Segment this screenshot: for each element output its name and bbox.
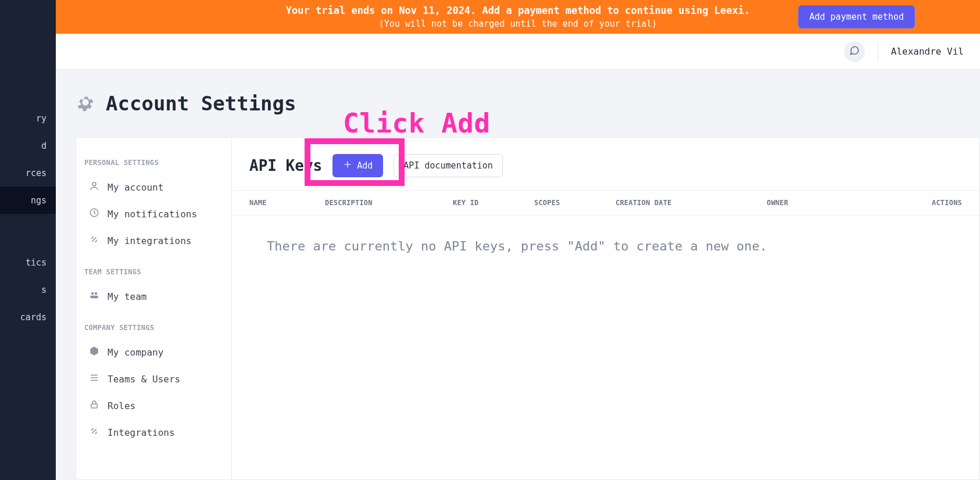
settings-nav-integrations[interactable]: Integrations — [76, 419, 231, 446]
settings-nav-my-team[interactable]: My team — [76, 283, 231, 310]
list-icon — [89, 372, 99, 385]
settings-nav-label: Integrations — [108, 427, 175, 438]
cube-icon — [89, 346, 99, 359]
divider — [878, 42, 878, 61]
svg-point-3 — [95, 292, 98, 295]
page-header: Account Settings — [76, 92, 296, 115]
svg-point-0 — [92, 182, 96, 186]
col-description: DESCRIPTION — [325, 199, 453, 207]
nav-label: d — [41, 141, 47, 151]
nav-item-settings[interactable]: ngs — [0, 187, 56, 214]
settings-nav-label: Roles — [108, 400, 135, 411]
gear-icon — [76, 92, 95, 114]
add-api-key-button[interactable]: Add — [332, 154, 383, 177]
annotation-click-add: Click Add — [343, 108, 491, 139]
settings-nav-label: My notifications — [108, 209, 197, 220]
col-owner: OWNER — [767, 199, 836, 207]
api-keys-table-header: NAME DESCRIPTION KEY ID SCOPES CREATION … — [232, 190, 979, 216]
nav-item[interactable]: tics — [0, 249, 56, 276]
banner-subtext: (You will not be charged until the end o… — [286, 19, 750, 29]
settings-nav-roles[interactable]: Roles — [76, 392, 231, 419]
nav-group-title: COMPANY SETTINGS — [76, 318, 231, 339]
settings-nav-my-integrations[interactable]: My integrations — [76, 227, 231, 254]
chat-icon-button[interactable] — [844, 41, 865, 62]
team-icon — [89, 290, 99, 303]
api-documentation-button[interactable]: API documentation — [394, 154, 503, 177]
nav-item[interactable]: s — [0, 276, 56, 303]
empty-state-message: There are currently no API keys, press "… — [232, 216, 979, 277]
settings-nav-my-account[interactable]: My account — [76, 174, 231, 200]
settings-side-nav: PERSONAL SETTINGS My account My notifica… — [76, 138, 232, 479]
settings-nav-label: My company — [108, 347, 163, 358]
bell-icon — [89, 207, 99, 220]
nav-item[interactable]: rces — [0, 159, 56, 187]
svg-rect-4 — [90, 296, 98, 299]
nav-label: cards — [20, 312, 47, 323]
settings-nav-my-notifications[interactable]: My notifications — [76, 200, 231, 227]
nav-item[interactable]: ry — [0, 105, 56, 132]
nav-item[interactable]: cards — [0, 303, 56, 331]
nav-label: ry — [36, 113, 47, 124]
current-user-name[interactable]: Alexandre Vil — [891, 46, 964, 57]
panel-header: API Keys Add API documentation — [232, 138, 979, 190]
add-button-label: Add — [357, 160, 373, 171]
primary-nav: ry d rces ngs tics s cards — [0, 0, 56, 480]
col-creation-date: CREATION DATE — [616, 199, 767, 207]
svg-point-2 — [91, 292, 94, 295]
lock-icon — [89, 399, 99, 412]
nav-group-title: PERSONAL SETTINGS — [76, 153, 231, 174]
top-bar: Alexandre Vil — [56, 34, 980, 70]
nav-label: tics — [26, 257, 47, 268]
col-actions: ACTIONS — [836, 199, 962, 207]
plus-icon — [343, 160, 352, 171]
arrows-icon — [89, 234, 99, 247]
banner-heading: Your trial ends on Nov 11, 2024. Add a p… — [286, 5, 750, 16]
svg-rect-8 — [91, 404, 98, 408]
add-payment-method-button[interactable]: Add payment method — [798, 5, 915, 28]
settings-nav-my-company[interactable]: My company — [76, 339, 231, 366]
settings-card: PERSONAL SETTINGS My account My notifica… — [76, 137, 980, 480]
chat-icon — [849, 45, 860, 58]
settings-nav-label: My integrations — [108, 235, 192, 246]
nav-item[interactable]: d — [0, 132, 56, 159]
trial-banner: Your trial ends on Nov 11, 2024. Add a p… — [56, 0, 980, 34]
settings-nav-label: Teams & Users — [108, 374, 180, 385]
col-key-id: KEY ID — [453, 199, 534, 207]
panel-title: API Keys — [249, 157, 322, 174]
nav-label: s — [41, 285, 47, 295]
settings-nav-teams-users[interactable]: Teams & Users — [76, 366, 231, 392]
col-scopes: SCOPES — [534, 199, 616, 207]
arrows-icon — [89, 426, 99, 439]
api-keys-panel: API Keys Add API documentation NAME DESC… — [232, 138, 979, 479]
settings-nav-label: My account — [108, 182, 163, 193]
nav-label: ngs — [31, 195, 47, 206]
nav-label: rces — [26, 168, 47, 178]
page-title: Account Settings — [106, 92, 296, 115]
col-name: NAME — [249, 199, 325, 207]
user-icon — [89, 181, 99, 194]
nav-group-title: TEAM SETTINGS — [76, 262, 231, 283]
settings-nav-label: My team — [108, 291, 146, 302]
